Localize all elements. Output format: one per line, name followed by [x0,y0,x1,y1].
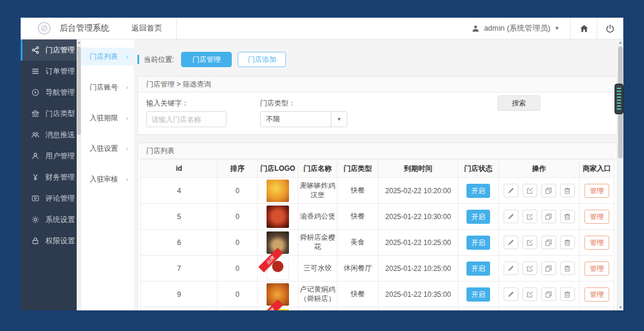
column-header-status: 门店状态 [458,160,499,178]
table-row: 9 0 卢记黄焖鸡（舜耕店） 快餐 2025-01-22 10:35:00 开启… [141,282,615,307]
sidebar-item-user-management[interactable]: 用户管理 [21,145,77,167]
home-button[interactable] [570,18,597,39]
copy-button[interactable] [541,210,556,223]
sidebar-item-store-management[interactable]: 门店管理 [21,39,77,61]
delete-button[interactable] [560,262,575,275]
cell-id: 7 [141,256,218,282]
store-list-title: 门店列表 [138,143,617,159]
cell-store-name [298,307,337,311]
search-button[interactable]: 搜索 [498,95,540,111]
delete-button[interactable] [560,287,575,301]
edit-button[interactable] [504,262,518,275]
store-management-button[interactable]: 门店管理 [181,52,232,67]
cell-sort: 0 [218,204,258,230]
edit-detail-button[interactable] [523,262,537,275]
user-menu[interactable]: admin (系统管理员) ▼ [461,23,570,34]
cell-expire-time: 2025-02-22 10:20:00 [379,178,458,204]
edit-detail-button[interactable] [523,287,537,301]
store-table-header: id 排序 门店LOGO 门店名称 门店类型 到期时间 门店状态 操作 商家入口 [141,160,615,178]
manage-button[interactable]: 管理 [584,262,609,276]
delete-button[interactable] [560,236,575,249]
sidebar-item-system-settings[interactable]: 系统设置 [21,209,77,230]
sidebar-item-message-push[interactable]: 消息推送 [21,124,77,145]
edit-button[interactable] [504,210,518,223]
scroll-down-icon: ▼ [617,306,623,309]
trash-icon [564,265,571,272]
copy-button[interactable] [541,287,556,301]
scrollbar-thumb[interactable] [77,47,81,135]
cell-operations [499,204,580,230]
filter-panel: 门店管理 > 筛选查询 输入关键字： 门店类型： 不限 ▼ 搜索 [137,76,617,135]
edit-detail-button[interactable] [523,236,537,249]
user-icon [31,152,40,160]
sidebar-item-store-type[interactable]: 门店类型 [21,103,77,124]
keyword-input[interactable] [146,111,226,127]
manage-button[interactable]: 管理 [584,210,609,224]
cell-status: 开启 [458,307,499,311]
delete-button[interactable] [560,210,575,223]
store-list-panel: 门店列表 id 排序 门店LOGO 门店名称 门店类型 到期时间 门店状态 操作 [137,143,617,310]
edit-button[interactable] [504,184,518,197]
sidebar-item-navigation-management[interactable]: 导航管理 [21,82,77,103]
submenu-item-entry-settings[interactable]: 入驻设置› [81,140,134,157]
status-open-button[interactable]: 开启 [466,262,490,276]
submenu-item-store-account[interactable]: 门店账号› [81,78,134,96]
sidebar-scrollbar[interactable]: ▲ [77,39,81,310]
edit-detail-button[interactable] [523,184,537,197]
cell-store-type: 美食 [337,230,379,256]
status-open-button[interactable]: 开启 [466,287,490,302]
manage-button[interactable]: 管理 [584,236,609,250]
copy-button[interactable] [541,184,556,197]
cell-store-name: 舜耕店金樱花 [298,230,337,256]
store-add-button[interactable]: 门店添加 [238,52,286,67]
bank-icon [31,110,40,118]
share-nodes-icon [31,46,40,54]
copy-button[interactable] [541,236,556,249]
sidebar-item-finance-management[interactable]: 财务管理 [21,167,77,188]
edit-detail-button[interactable] [523,210,537,223]
status-open-button[interactable]: 开启 [466,210,490,224]
submenu-item-label: 入驻设置 [90,144,118,154]
delete-button[interactable] [560,184,575,197]
back-home-link[interactable]: 返回首页 [132,23,162,34]
logout-button[interactable] [597,18,623,39]
manage-button[interactable]: 管理 [584,184,609,198]
pencil-icon [507,187,514,194]
manage-button[interactable]: 管理 [584,287,609,302]
sidebar-item-label: 门店类型 [45,109,75,119]
chevron-right-icon: › [126,145,128,152]
edit-button[interactable] [504,287,518,301]
submenu-item-entry-period[interactable]: 入驻期限› [81,109,134,127]
status-open-button[interactable]: 开启 [466,184,490,198]
cell-merchant-entry: 管理 [580,204,615,230]
column-header-sort: 排序 [218,160,258,178]
chevron-right-icon: › [126,176,128,183]
cell-expire-time: 2025-01-22 10:25:00 [379,256,458,282]
submenu-item-store-list[interactable]: 门店列表› [81,48,134,65]
cell-store-type: 快餐 [337,178,379,204]
main-sidebar: 门店管理 订单管理 导航管理 门店类型 消息推送 用户管理 [21,39,77,310]
vertical-scrollbar[interactable]: ▲ ▼ [617,39,623,310]
trash-icon [564,213,571,220]
sidebar-item-comment-management[interactable]: 评论管理 [21,188,77,209]
user-icon [472,25,479,32]
sidebar-item-order-management[interactable]: 订单管理 [21,61,77,82]
cell-store-type: 休闲餐厅 [337,256,379,282]
cell-merchant-entry: 管理 [580,230,615,256]
submenu-item-label: 入驻期限 [90,113,118,123]
filter-panel-title: 门店管理 > 筛选查询 [138,77,617,92]
trash-icon [564,239,571,246]
submenu-item-entry-review[interactable]: 入驻审核› [81,170,134,188]
column-header-ops: 操作 [499,160,580,178]
sidebar-item-label: 用户管理 [45,151,75,161]
cell-logo [258,178,298,204]
edit-button[interactable] [504,236,518,249]
status-open-button[interactable]: 开启 [466,236,490,250]
copy-button[interactable] [541,262,556,275]
store-type-select[interactable]: 不限 ▼ [260,111,347,127]
list-icon [31,67,40,75]
cell-sort: 0 [218,230,258,256]
pencil-icon [507,213,514,220]
selected-option: 不限 [261,112,331,127]
sidebar-item-permission-settings[interactable]: 权限设置 [21,230,77,251]
